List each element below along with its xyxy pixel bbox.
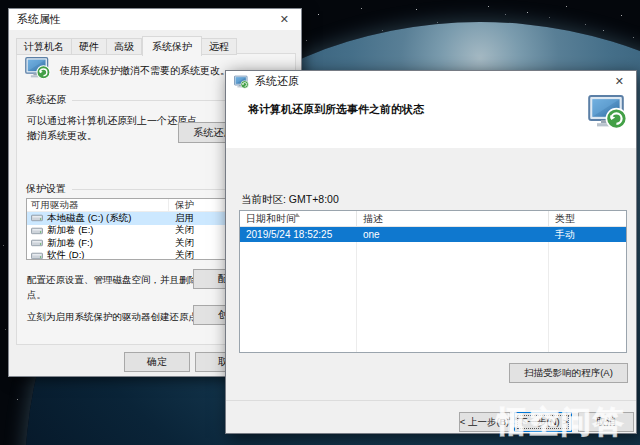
restore-point-datetime: 2019/5/24 18:52:25 xyxy=(240,227,357,242)
drive-icon xyxy=(31,251,43,260)
starfield xyxy=(0,0,1,1)
system-restore-banner-icon xyxy=(588,94,628,130)
system-restore-dialog: 系统还原 ✕ 将计算机还原到所选事件之前的状态 当前时区: GMT+8:00 日… xyxy=(225,70,637,434)
drive-icon xyxy=(31,226,43,236)
intro-row: 使用系统保护撤消不需要的系统更改。 xyxy=(25,56,230,80)
scan-affected-programs-button[interactable]: 扫描受影响的程序(A) xyxy=(509,363,628,383)
restore-points-empty-area xyxy=(240,242,626,352)
restore-points-header: 日期和时间 描述 类型 xyxy=(240,211,626,227)
tab-strip: 计算机名 硬件 高级 系统保护 远程 xyxy=(16,36,237,55)
drive-name: 软件 (D:) xyxy=(47,249,84,260)
drive-icon xyxy=(31,213,43,223)
wizard-banner: 将计算机还原到所选事件之前的状态 xyxy=(226,92,636,148)
wukong-qa-watermark: 悟空问答 xyxy=(497,402,625,443)
footer-divider xyxy=(226,400,636,401)
intro-text: 使用系统保护撤消不需要的系统更改。 xyxy=(60,64,230,78)
column-available-drives[interactable]: 可用驱动器 xyxy=(27,199,169,211)
restore-point-type: 手动 xyxy=(549,227,626,242)
restore-point-description: one xyxy=(357,227,549,242)
restore-points-table: 日期和时间 描述 类型 2019/5/24 18:52:25 one 手动 xyxy=(239,210,627,353)
drive-name: 新加卷 (F:) xyxy=(47,237,93,250)
desktop: 系统属性 ✕ 计算机名 硬件 高级 系统保护 远程 使用系统保护撤消不需要的系统… xyxy=(0,0,640,445)
column-divider xyxy=(548,242,549,352)
tab-remote[interactable]: 远程 xyxy=(202,38,237,55)
column-type[interactable]: 类型 xyxy=(549,211,626,226)
drive-name: 新加卷 (E:) xyxy=(47,224,93,237)
tab-hardware[interactable]: 硬件 xyxy=(72,38,107,55)
restore-point-row[interactable]: 2019/5/24 18:52:25 one 手动 xyxy=(240,227,626,242)
tab-advanced[interactable]: 高级 xyxy=(107,38,142,55)
system-restore-titlebar[interactable]: 系统还原 ✕ xyxy=(226,71,636,92)
column-description[interactable]: 描述 xyxy=(357,211,549,226)
drive-name: 本地磁盘 (C:) (系统) xyxy=(47,212,131,225)
column-divider xyxy=(356,242,357,352)
drive-icon xyxy=(31,238,43,248)
ok-button[interactable]: 确定 xyxy=(124,352,190,372)
close-icon[interactable]: ✕ xyxy=(276,9,293,30)
wizard-header: 将计算机还原到所选事件之前的状态 xyxy=(248,102,424,117)
system-restore-icon xyxy=(234,75,249,89)
tab-system-protection[interactable]: 系统保护 xyxy=(142,36,202,56)
timezone-text: 当前时区: GMT+8:00 xyxy=(241,193,339,207)
system-restore-group-label: 系统还原 xyxy=(26,93,66,107)
close-icon[interactable]: ✕ xyxy=(611,71,628,92)
sort-ascending-icon xyxy=(294,213,300,217)
system-restore-title: 系统还原 xyxy=(255,74,299,89)
system-protection-icon xyxy=(25,56,51,80)
system-properties-title: 系统属性 xyxy=(17,12,61,27)
system-properties-titlebar[interactable]: 系统属性 ✕ xyxy=(9,9,301,30)
tab-computer-name[interactable]: 计算机名 xyxy=(16,38,72,55)
protection-settings-group-label: 保护设置 xyxy=(26,182,66,196)
